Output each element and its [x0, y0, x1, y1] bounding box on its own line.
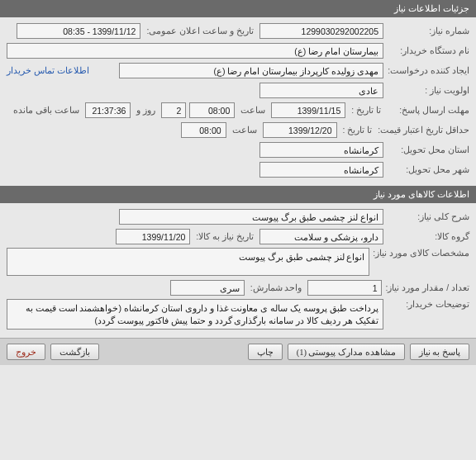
exit-button[interactable]: خروج	[7, 344, 45, 360]
label-remaining: ساعت باقی مانده	[11, 105, 82, 115]
field-goods-spec: انواع لنز چشمی طبق برگ پیوست	[7, 248, 369, 276]
label-need-goods-date: تاریخ نیاز به کالا:	[193, 231, 256, 241]
label-response-deadline: مهلت ارسال پاسخ:	[387, 105, 469, 115]
field-buyer-notes: پرداخت طبق پروسه یک ساله ی معاونت غذا و …	[7, 299, 383, 330]
field-validity-time: 08:00	[181, 122, 226, 138]
field-qty: 1	[307, 280, 382, 296]
field-deadline-time: 08:00	[189, 102, 235, 118]
field-city: کرمانشاه	[259, 162, 383, 178]
label-time-2: ساعت	[230, 125, 259, 135]
footer-toolbar: پاسخ به نیاز مشاهده مدارک پیوستی (1) چاپ…	[0, 338, 476, 365]
need-info-form: شماره نیاز: 1299030292002205 تاریخ و ساع…	[0, 17, 476, 186]
label-request-creator: ایجاد کننده درخواست:	[387, 65, 469, 75]
attachments-button[interactable]: مشاهده مدارک پیوستی (1)	[288, 344, 405, 360]
field-announce-datetime: 1399/11/12 - 08:35	[17, 23, 140, 39]
label-time-1: ساعت	[238, 105, 268, 115]
label-unit: واحد شمارش:	[248, 282, 305, 292]
label-buyer-org: نام دستگاه خریدار:	[387, 45, 469, 55]
field-goods-group: دارو، پزشکی و سلامت	[259, 229, 383, 244]
label-general-desc: شرح کلی نیاز:	[387, 211, 469, 221]
label-announce-datetime: تاریخ و ساعت اعلان عمومی:	[144, 26, 256, 36]
field-deadline-date: 1399/11/15	[271, 102, 345, 118]
field-request-creator: مهدی زولیده کارپرداز بیمارستان امام رضا …	[119, 63, 383, 78]
label-delivery-province: استان محل تحویل:	[387, 145, 469, 154]
field-need-number: 1299030292002205	[259, 23, 383, 39]
field-province: کرمانشاه	[259, 142, 383, 158]
label-need-number: شماره نیاز:	[387, 26, 469, 36]
label-goods-spec: مشخصات کالای مورد نیاز:	[373, 248, 469, 258]
contact-info-link[interactable]: اطلاعات تماس خریدار	[7, 65, 89, 75]
print-button[interactable]: چاپ	[248, 344, 283, 360]
label-delivery-city: شهر محل تحویل:	[387, 164, 469, 174]
field-priority: عادی	[259, 83, 383, 98]
field-unit: سری	[170, 280, 245, 296]
label-min-validity: حداقل تاریخ اعتبار قیمت:	[378, 125, 469, 135]
field-general-desc: انواع لنز چشمی طبق برگ پیوست	[119, 209, 383, 225]
goods-info-form: شرح کلی نیاز: انواع لنز چشمی طبق برگ پیو…	[0, 203, 476, 338]
label-qty: تعداد / مقدار مورد نیاز:	[385, 282, 469, 292]
label-day-and: روز و	[134, 105, 158, 115]
field-validity-date: 1399/12/20	[263, 122, 337, 138]
field-remaining-days: 2	[161, 102, 186, 118]
field-remaining-time: 21:37:36	[85, 102, 131, 118]
label-priority: اولویت نیاز :	[387, 85, 469, 95]
respond-button[interactable]: پاسخ به نیاز	[410, 344, 469, 360]
back-button[interactable]: بازگشت	[50, 344, 99, 360]
field-buyer-org: بیمارستان امام رضا (ع)	[7, 43, 383, 59]
label-until-date-1: تا تاریخ :	[349, 105, 383, 115]
field-need-goods-date: 1399/11/20	[116, 229, 190, 244]
label-goods-group: گروه کالا:	[387, 231, 469, 241]
goods-info-header: اطلاعات کالاهای مورد نیاز	[0, 186, 476, 203]
label-until-date-2: تا تاریخ :	[340, 125, 375, 135]
label-buyer-notes: توضیحات خریدار:	[387, 299, 469, 309]
need-info-header: جزئیات اطلاعات نیاز	[0, 0, 476, 17]
